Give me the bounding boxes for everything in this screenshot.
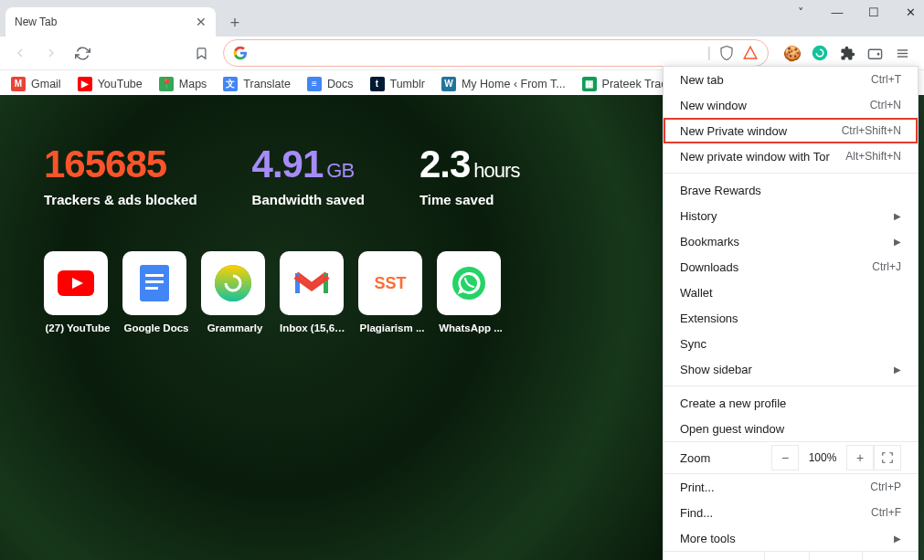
- bookmark-item[interactable]: MGmail: [11, 77, 61, 91]
- top-site-tile[interactable]: Inbox (15,666): [280, 251, 347, 333]
- bookmark-item[interactable]: 文Translate: [223, 77, 291, 91]
- extension-cookie-icon[interactable]: 🍪: [783, 44, 802, 62]
- menu-item[interactable]: Create a new profile: [664, 390, 918, 416]
- brave-shields-icon[interactable]: [718, 45, 735, 61]
- tile-label: (27) YouTube: [44, 322, 112, 333]
- paste-button[interactable]: Paste: [862, 552, 918, 560]
- fullscreen-button[interactable]: [874, 445, 901, 470]
- bookmark-item[interactable]: tTumblr: [370, 77, 425, 91]
- zoom-out-button[interactable]: −: [771, 445, 799, 470]
- bookmark-label: Tumblr: [390, 78, 425, 90]
- menu-item[interactable]: New tabCtrl+T: [664, 67, 918, 92]
- menu-item-label: Extensions: [680, 312, 738, 325]
- menu-item[interactable]: Sync: [664, 331, 918, 356]
- new-tab-button[interactable]: +: [221, 9, 249, 37]
- menu-item-label: Downloads: [680, 260, 738, 274]
- google-icon: [233, 46, 248, 60]
- bookmark-label: YouTube: [98, 78, 143, 90]
- close-window-icon[interactable]: ✕: [902, 5, 919, 19]
- tile-icon: SST: [358, 251, 422, 315]
- svg-rect-12: [145, 287, 158, 290]
- top-site-tile[interactable]: Grammarly: [201, 251, 269, 333]
- zoom-row: Zoom−100%+: [664, 441, 918, 474]
- menu-item[interactable]: DownloadsCtrl+J: [664, 254, 918, 280]
- bookmark-label: Maps: [179, 78, 207, 90]
- menu-item[interactable]: More tools▶: [664, 525, 918, 551]
- copy-button[interactable]: Copy: [809, 552, 862, 560]
- menu-shortcut: Ctrl+P: [870, 481, 901, 493]
- menu-item-label: New tab: [680, 73, 724, 87]
- menu-item-label: Brave Rewards: [680, 184, 761, 197]
- menu-item-label: More tools: [680, 532, 736, 545]
- menu-item[interactable]: New private window with TorAlt+Shift+N: [664, 143, 918, 169]
- main-menu: New tabCtrl+TNew windowCtrl+NNew Private…: [663, 66, 919, 560]
- menu-item[interactable]: New Private windowCtrl+Shift+N: [664, 118, 918, 143]
- maximize-icon[interactable]: ☐: [866, 5, 882, 19]
- chevron-down-icon[interactable]: ˅: [792, 5, 809, 19]
- brave-rewards-icon[interactable]: [742, 45, 759, 61]
- menu-shortcut: Ctrl+N: [870, 99, 901, 111]
- back-button[interactable]: [7, 40, 33, 66]
- edit-label: Edit: [664, 552, 764, 560]
- tile-icon: [437, 251, 501, 315]
- menu-item-label: Print...: [680, 481, 715, 494]
- bookmark-page-icon[interactable]: [188, 40, 214, 66]
- menu-item-label: New private window with Tor: [680, 150, 830, 164]
- bookmark-item[interactable]: ▦Prateek Track: [582, 77, 673, 91]
- menu-shortcut: Ctrl+J: [872, 260, 901, 273]
- submenu-arrow-icon: ▶: [894, 211, 901, 221]
- submenu-arrow-icon: ▶: [894, 534, 901, 544]
- zoom-label: Zoom: [680, 451, 771, 465]
- menu-item[interactable]: New windowCtrl+N: [664, 92, 918, 118]
- tile-icon: [201, 251, 265, 315]
- wallet-icon[interactable]: [866, 44, 884, 62]
- menu-item[interactable]: Show sidebar▶: [664, 356, 918, 382]
- top-site-tile[interactable]: WhatsApp ...: [437, 251, 504, 333]
- zoom-in-button[interactable]: +: [846, 445, 874, 470]
- bookmark-item[interactable]: 📍Maps: [159, 77, 207, 91]
- menu-item[interactable]: Brave Rewards: [664, 177, 918, 203]
- bookmark-item[interactable]: ▶YouTube: [78, 77, 143, 91]
- menu-item[interactable]: Extensions: [664, 305, 918, 331]
- menu-button[interactable]: [893, 44, 911, 62]
- menu-item[interactable]: History▶: [664, 203, 918, 228]
- menu-item[interactable]: Open guest window: [664, 416, 918, 441]
- tile-label: WhatsApp ...: [437, 322, 504, 333]
- menu-item-label: Bookmarks: [680, 235, 739, 248]
- stat-time: 2.3hours Time saved: [420, 143, 519, 207]
- url-input[interactable]: [255, 47, 700, 60]
- bookmark-favicon: M: [11, 77, 26, 91]
- menu-shortcut: Alt+Shift+N: [845, 150, 901, 163]
- reload-button[interactable]: [69, 40, 95, 66]
- svg-point-1: [812, 46, 828, 61]
- browser-tab[interactable]: New Tab ✕: [5, 7, 216, 37]
- menu-item-label: New Private window: [680, 124, 787, 138]
- menu-item[interactable]: Bookmarks▶: [664, 228, 918, 254]
- top-site-tile[interactable]: Google Docs: [122, 251, 190, 333]
- cut-button[interactable]: Cut: [764, 552, 808, 560]
- menu-item[interactable]: Print...Ctrl+P: [664, 474, 918, 500]
- close-icon[interactable]: ✕: [196, 15, 207, 29]
- bookmark-item[interactable]: WMy Home ‹ From T...: [441, 77, 566, 91]
- top-site-tile[interactable]: (27) YouTube: [44, 251, 112, 333]
- zoom-value: 100%: [799, 451, 846, 464]
- extension-grammarly-icon[interactable]: [811, 44, 829, 62]
- tile-icon: [280, 251, 344, 315]
- menu-item-label: Find...: [680, 506, 713, 520]
- menu-item[interactable]: Find...Ctrl+F: [664, 500, 918, 525]
- address-bar[interactable]: |: [223, 39, 769, 67]
- svg-point-18: [461, 275, 477, 291]
- forward-button[interactable]: [38, 40, 64, 66]
- svg-point-14: [215, 265, 251, 301]
- top-site-tile[interactable]: SSTPlagiarism ...: [358, 251, 426, 333]
- extensions-icon[interactable]: [838, 44, 856, 62]
- menu-item-label: Show sidebar: [680, 363, 752, 376]
- minimize-icon[interactable]: —: [829, 5, 845, 19]
- edit-row: EditCutCopyPaste: [664, 551, 918, 560]
- menu-shortcut: Ctrl+T: [871, 73, 901, 86]
- bookmark-label: Gmail: [31, 78, 61, 90]
- menu-item[interactable]: Wallet: [664, 280, 918, 305]
- svg-rect-11: [145, 280, 164, 283]
- bookmark-item[interactable]: ≡Docs: [307, 77, 353, 91]
- stat-bandwidth: 4.91GB Bandwidth saved: [252, 143, 365, 207]
